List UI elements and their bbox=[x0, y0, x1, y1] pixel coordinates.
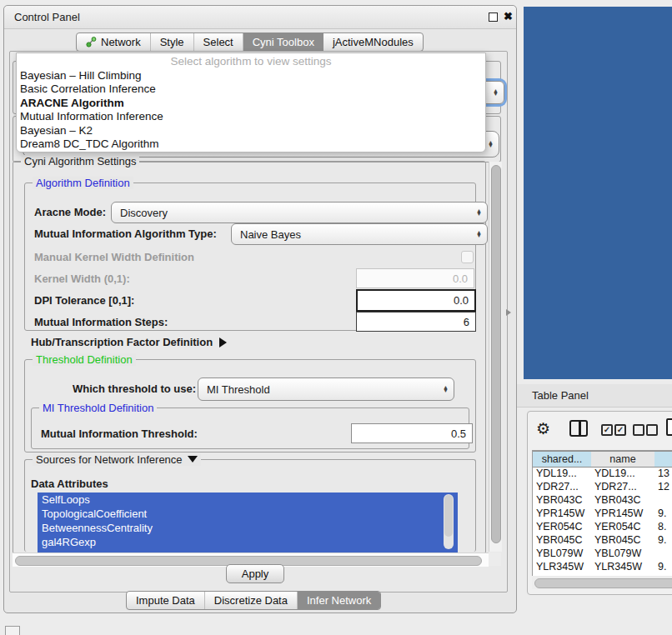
table-cell[interactable]: YBL079W bbox=[594, 548, 641, 559]
function-builder-icon[interactable] bbox=[666, 418, 672, 436]
tab-impute-data[interactable]: Impute Data bbox=[127, 592, 205, 609]
tab-cyni-toolbox[interactable]: Cyni Toolbox bbox=[243, 33, 323, 51]
table-cell[interactable]: 9. bbox=[658, 534, 666, 546]
table-panel-title: Table Panel bbox=[532, 389, 589, 402]
table-cell[interactable]: YBL079W bbox=[536, 548, 583, 559]
float-window-icon[interactable] bbox=[489, 12, 498, 22]
control-panel-title: Control Panel bbox=[14, 11, 80, 23]
table-cell[interactable]: 9. bbox=[658, 561, 666, 572]
which-threshold-combo[interactable]: MI Threshold ▲▼ bbox=[198, 378, 454, 401]
dpi-tolerance-value: 0.0 bbox=[454, 294, 469, 307]
settings-vertical-scrollbar-thumb[interactable] bbox=[491, 165, 501, 543]
bottom-tabstrip: Impute Data Discretize Data Infer Networ… bbox=[126, 591, 381, 610]
data-attribute-item[interactable]: gal4RGexp bbox=[38, 535, 458, 549]
tab-network-label: Network bbox=[101, 36, 141, 48]
dpi-tolerance-label: DPI Tolerance [0,1]: bbox=[34, 294, 134, 307]
sources-group-title: Sources for Network Inference bbox=[33, 453, 201, 466]
table-cell[interactable]: 8. bbox=[658, 521, 666, 532]
table-cell[interactable]: 13 bbox=[658, 468, 669, 479]
table-cell[interactable]: YBR045C bbox=[536, 534, 583, 546]
table-cell[interactable]: YER054C bbox=[536, 521, 583, 532]
table-cell[interactable]: YBR043C bbox=[594, 494, 641, 506]
aracne-mode-combo[interactable]: Discovery ▲▼ bbox=[111, 202, 488, 223]
tab-select[interactable]: Select bbox=[194, 33, 243, 51]
table-cell[interactable]: 9. bbox=[658, 508, 666, 519]
dpi-tolerance-field[interactable]: 0.0 bbox=[356, 289, 476, 312]
aracne-mode-value: Discovery bbox=[120, 207, 168, 219]
table-cell[interactable]: YPR145W bbox=[536, 508, 584, 519]
which-threshold-value: MI Threshold bbox=[207, 383, 270, 396]
table-cell[interactable]: YBR045C bbox=[594, 534, 641, 546]
table-cell[interactable]: 12 bbox=[658, 481, 669, 492]
apply-button[interactable]: Apply bbox=[226, 564, 284, 583]
split-view-icon[interactable] bbox=[569, 420, 588, 437]
table-cell[interactable]: YDR27... bbox=[594, 481, 637, 492]
table-cell[interactable]: YPR145W bbox=[594, 508, 643, 519]
table-cell[interactable]: YDL19... bbox=[536, 468, 577, 479]
deselect-all-checkbox-icon[interactable] bbox=[633, 424, 644, 436]
sources-title-text: Sources for Network Inference bbox=[36, 453, 183, 466]
algorithm-dropdown-popup: Select algorithm to view settings Bayesi… bbox=[16, 52, 486, 152]
hub-definition-toggle[interactable]: Hub/Transcription Factor Definition bbox=[31, 336, 227, 348]
algorithm-option[interactable]: Bayesian – Hill Climbing bbox=[17, 69, 485, 82]
combo-arrows-icon: ▲▼ bbox=[438, 386, 449, 393]
tab-style[interactable]: Style bbox=[151, 33, 194, 51]
table-cell[interactable]: YBR043C bbox=[536, 494, 583, 506]
settings-vertical-scrollbar[interactable] bbox=[489, 162, 502, 552]
table-cell[interactable]: YDR27... bbox=[536, 481, 579, 492]
table-cell[interactable]: YLR345W bbox=[536, 561, 584, 572]
network-view-frame: GALGAL80GAL10GAL1SWI4GAL11GAL4HAP4YGCY1H… bbox=[524, 7, 672, 379]
table-cell[interactable]: YLR345W bbox=[594, 561, 642, 572]
tab-discretize-data[interactable]: Discretize Data bbox=[205, 592, 298, 609]
table-cell[interactable]: YDL19... bbox=[594, 468, 635, 479]
close-icon[interactable]: ✖ bbox=[504, 10, 513, 22]
table-horizontal-scrollbar-thumb[interactable] bbox=[534, 578, 672, 588]
tab-jactivemnodules-label: jActiveMNodules bbox=[333, 36, 414, 48]
kernel-width-label: Kernel Width (0,1): bbox=[34, 272, 130, 285]
tab-jactivemnodules[interactable]: jActiveMNodules bbox=[323, 33, 423, 51]
attr-list-scrollbar-thumb[interactable] bbox=[444, 495, 453, 537]
attr-list-scrollbar-track[interactable] bbox=[444, 494, 454, 549]
scrollbar-corner bbox=[489, 552, 501, 566]
algorithm-dropdown-list: Bayesian – Hill ClimbingBasic Correlatio… bbox=[17, 69, 485, 151]
algorithm-option[interactable]: Bayesian – K2 bbox=[17, 124, 485, 138]
data-attribute-item[interactable]: BetweennessCentrality bbox=[38, 521, 458, 535]
which-threshold-label: Which threshold to use: bbox=[73, 382, 196, 395]
data-attribute-item[interactable]: SelfLoops bbox=[38, 492, 458, 507]
settings-gear-icon[interactable]: ⚙ bbox=[536, 419, 550, 438]
table-column-header[interactable]: name bbox=[591, 451, 655, 468]
network-icon bbox=[86, 37, 97, 48]
deselect-all-checkbox-icon2[interactable] bbox=[646, 424, 658, 436]
table-column-header[interactable] bbox=[654, 451, 672, 468]
combo-arrows-icon: ▲▼ bbox=[471, 231, 482, 238]
algorithm-option[interactable]: ARACNE Algorithm bbox=[17, 97, 485, 110]
mi-steps-label: Mutual Information Steps: bbox=[34, 316, 168, 328]
mi-threshold-field[interactable]: 0.5 bbox=[351, 423, 473, 443]
tab-infer-network[interactable]: Infer Network bbox=[298, 592, 380, 609]
table-toolbar: ⚙ ✓ ✓ bbox=[528, 412, 672, 447]
data-attributes-list[interactable]: SelfLoopsTopologicalCoefficientBetweenne… bbox=[38, 492, 458, 552]
table-column-header[interactable]: shared... bbox=[533, 451, 592, 468]
expand-arrow-icon bbox=[219, 338, 227, 348]
mi-type-combo[interactable]: Naive Bayes ▲▼ bbox=[231, 223, 488, 245]
kernel-width-field[interactable]: 0.0 bbox=[356, 268, 474, 288]
algorithm-option[interactable]: Dream8 DC_TDC Algorithm bbox=[17, 138, 485, 151]
table-horizontal-scrollbar[interactable] bbox=[532, 576, 672, 589]
algorithm-dropdown-prompt: Select algorithm to view settings bbox=[17, 55, 485, 69]
table-cell[interactable]: YER054C bbox=[594, 521, 641, 532]
tab-network[interactable]: Network bbox=[77, 33, 151, 51]
select-all-checkbox-icon2[interactable]: ✓ bbox=[614, 424, 626, 436]
manual-kernel-label: Manual Kernel Width Definition bbox=[34, 251, 194, 263]
collapsed-panel-icon[interactable] bbox=[5, 626, 20, 635]
splitter-handle[interactable] bbox=[506, 309, 511, 316]
select-all-checkbox-icon[interactable]: ✓ bbox=[601, 424, 613, 436]
data-attribute-item[interactable]: TopologicalCoefficient bbox=[38, 507, 458, 521]
threshold-definition-title: Threshold Definition bbox=[33, 353, 136, 366]
tab-cyni-toolbox-label: Cyni Toolbox bbox=[253, 36, 314, 48]
manual-kernel-checkbox[interactable] bbox=[461, 251, 474, 263]
mi-steps-field[interactable]: 6 bbox=[356, 312, 476, 332]
algorithm-option[interactable]: Basic Correlation Inference bbox=[17, 82, 485, 96]
collapse-arrow-icon bbox=[188, 456, 198, 462]
algorithm-option[interactable]: Mutual Information Inference bbox=[17, 110, 485, 123]
aracne-mode-label: Aracne Mode: bbox=[34, 206, 106, 218]
